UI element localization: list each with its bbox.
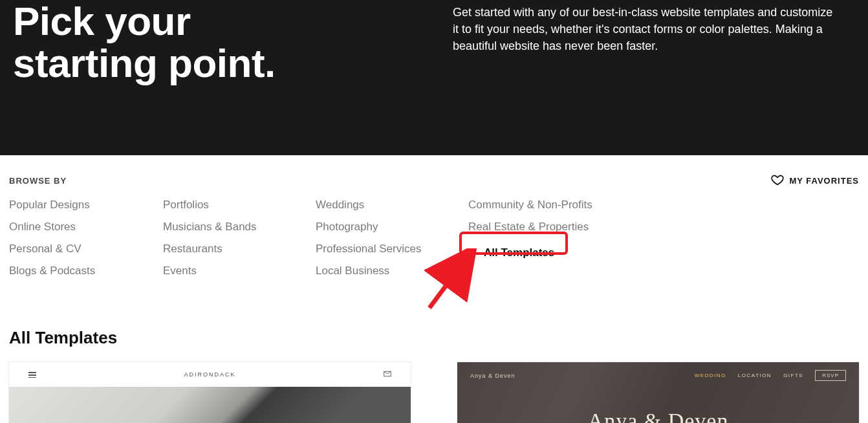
mail-icon bbox=[384, 371, 391, 378]
template-adirondack-image bbox=[9, 387, 411, 423]
section-title: All Templates bbox=[0, 277, 868, 362]
category-restaurants[interactable]: Restaurants bbox=[163, 243, 222, 255]
hero-title: Pick your starting point. bbox=[13, 0, 427, 84]
category-weddings[interactable]: Weddings bbox=[316, 199, 364, 212]
hero-left: Pick your starting point. bbox=[13, 0, 427, 84]
template-anya-topbar: Anya & Deven WEDDING LOCATION GIFTS RSVP bbox=[457, 362, 859, 381]
hamburger-icon bbox=[28, 372, 36, 378]
template-anya-title: Anya & Deven bbox=[588, 409, 729, 423]
template-anya-nav-rsvp: RSVP bbox=[815, 370, 846, 381]
category-events[interactable]: Events bbox=[163, 265, 197, 277]
category-personal-cv[interactable]: Personal & CV bbox=[9, 243, 81, 255]
category-column-1: Portfolios Musicians & Bands Restaurants… bbox=[163, 199, 316, 277]
all-templates-link[interactable]: → All Templates bbox=[462, 243, 567, 263]
my-favorites-label: MY FAVORITES bbox=[789, 176, 859, 186]
template-anya-nav-location: LOCATION bbox=[738, 373, 772, 378]
category-musicians-bands[interactable]: Musicians & Bands bbox=[163, 221, 257, 233]
all-templates-label: All Templates bbox=[484, 246, 554, 259]
hero-description: Get started with any of our best-in-clas… bbox=[453, 4, 836, 54]
hero-right: Get started with any of our best-in-clas… bbox=[453, 0, 855, 84]
category-photography[interactable]: Photography bbox=[316, 221, 378, 233]
category-column-0: Popular Designs Online Stores Personal &… bbox=[9, 199, 163, 277]
category-local-business[interactable]: Local Business bbox=[316, 265, 389, 277]
template-adirondack-topbar: ADIRONDACK bbox=[9, 362, 411, 387]
category-column-3: Community & Non-Profits Real Estate & Pr… bbox=[468, 199, 636, 277]
arrow-right-icon: → bbox=[468, 247, 479, 259]
category-professional-services[interactable]: Professional Services bbox=[316, 243, 421, 255]
template-card-adirondack[interactable]: ADIRONDACK bbox=[9, 362, 411, 423]
category-column-2: Weddings Photography Professional Servic… bbox=[316, 199, 468, 277]
category-online-stores[interactable]: Online Stores bbox=[9, 221, 76, 233]
category-blogs-podcasts[interactable]: Blogs & Podcasts bbox=[9, 265, 95, 277]
browse-by-label: BROWSE BY bbox=[9, 176, 67, 186]
heart-icon bbox=[771, 173, 784, 188]
templates-grid: ADIRONDACK Anya & Deven WEDDING LOCATION… bbox=[0, 362, 868, 423]
template-anya-nav-wedding: WEDDING bbox=[695, 373, 726, 378]
category-community-nonprofits[interactable]: Community & Non-Profits bbox=[468, 199, 592, 212]
template-adirondack-brand: ADIRONDACK bbox=[184, 371, 235, 378]
template-card-anya-deven[interactable]: Anya & Deven WEDDING LOCATION GIFTS RSVP… bbox=[457, 362, 859, 423]
category-columns: Popular Designs Online Stores Personal &… bbox=[9, 199, 859, 277]
my-favorites-link[interactable]: MY FAVORITES bbox=[771, 173, 859, 188]
hero-title-line2: starting point. bbox=[13, 41, 276, 85]
template-anya-nav-gifts: GIFTS bbox=[783, 373, 803, 378]
template-anya-brand: Anya & Deven bbox=[470, 373, 515, 379]
template-anya-nav: WEDDING LOCATION GIFTS RSVP bbox=[695, 370, 846, 381]
category-real-estate[interactable]: Real Estate & Properties bbox=[468, 221, 589, 233]
hero-section: Pick your starting point. Get started wi… bbox=[0, 0, 868, 155]
hero-title-line1: Pick your bbox=[13, 0, 191, 43]
browse-header: BROWSE BY MY FAVORITES bbox=[9, 173, 859, 188]
category-portfolios[interactable]: Portfolios bbox=[163, 199, 209, 212]
browse-section: BROWSE BY MY FAVORITES Popular Designs O… bbox=[0, 155, 868, 277]
category-popular-designs[interactable]: Popular Designs bbox=[9, 199, 90, 212]
